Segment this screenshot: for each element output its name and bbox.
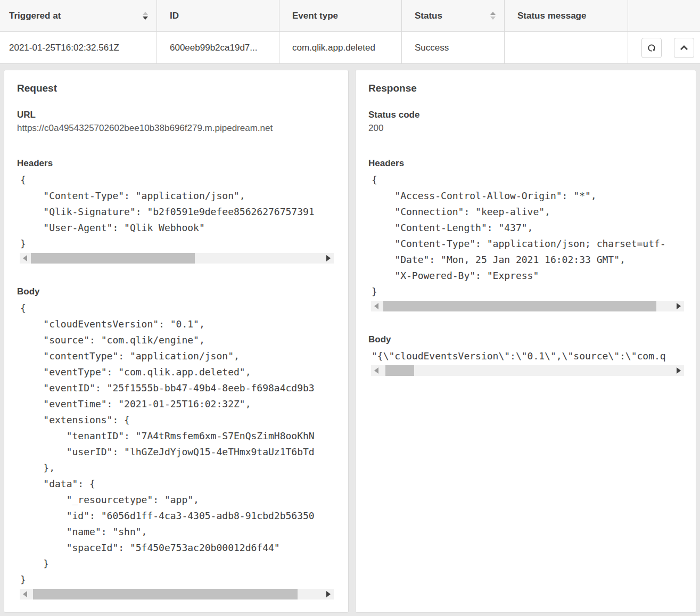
- scrollbar-thumb[interactable]: [33, 589, 298, 599]
- cell-actions: [628, 32, 700, 63]
- column-header-triggered-at[interactable]: Triggered at: [0, 0, 157, 31]
- triggered-at-value: 2021-01-25T16:02:32.561Z: [9, 43, 119, 53]
- column-header-event-type: Event type: [279, 0, 402, 31]
- scrollbar-thumb[interactable]: [383, 301, 656, 311]
- cell-event-type: com.qlik.app.deleted: [279, 32, 402, 63]
- cell-id: 600eeb99b2ca19d7...: [157, 32, 279, 63]
- chevron-up-icon: [678, 42, 690, 54]
- cell-status: Success: [402, 32, 505, 63]
- column-header-status[interactable]: Status: [402, 0, 505, 31]
- scrollbar-thumb[interactable]: [385, 365, 414, 376]
- scrollbar-thumb[interactable]: [31, 253, 195, 264]
- request-headers-label: Headers: [17, 158, 335, 169]
- scroll-right-icon[interactable]: [326, 591, 331, 597]
- resend-button[interactable]: [641, 38, 662, 58]
- response-headers-code: { "Access-Control-Allow-Origin": "*", "C…: [368, 172, 683, 300]
- response-headers-label: Headers: [368, 158, 683, 169]
- response-title: Response: [368, 82, 683, 95]
- status-code-label: Status code: [368, 109, 683, 121]
- column-label: Triggered at: [9, 11, 61, 21]
- response-headers-scrollbar[interactable]: [371, 301, 684, 311]
- scroll-left-icon[interactable]: [23, 255, 27, 261]
- scroll-right-icon[interactable]: [326, 255, 331, 261]
- collapse-button[interactable]: [674, 38, 694, 58]
- scroll-left-icon[interactable]: [374, 367, 378, 374]
- request-headers-code: { "Content-Type": "application/json", "Q…: [17, 172, 335, 252]
- response-panel: Response Status code 200 Headers { "Acce…: [355, 70, 696, 613]
- request-headers-scrollbar[interactable]: [20, 253, 334, 264]
- resend-icon: [645, 42, 658, 54]
- column-label: Status message: [517, 11, 586, 21]
- scroll-right-icon[interactable]: [677, 303, 681, 309]
- url-value: https://c0a4954325702602bee10b38b696f279…: [17, 122, 335, 134]
- request-body-scrollbar[interactable]: [20, 589, 334, 599]
- column-label: Event type: [292, 11, 338, 21]
- scroll-left-icon[interactable]: [23, 591, 27, 597]
- column-header-actions: [628, 0, 700, 31]
- webhook-history-table: Triggered at ID Event type Status Status…: [0, 0, 700, 64]
- status-badge: Success: [415, 43, 449, 53]
- request-panel: Request URL https://c0a4954325702602bee1…: [4, 70, 349, 613]
- response-body-label: Body: [368, 334, 683, 346]
- table-row: 2021-01-25T16:02:32.561Z 600eeb99b2ca19d…: [0, 32, 700, 64]
- sort-icon: [143, 12, 148, 20]
- scroll-right-icon[interactable]: [677, 367, 681, 374]
- cell-status-message: [505, 32, 628, 63]
- response-body-scrollbar[interactable]: [371, 365, 684, 376]
- sort-icon: [490, 12, 496, 20]
- column-header-status-message: Status message: [505, 0, 628, 31]
- response-body-code: "{\"cloudEventsVersion\":\"0.1\",\"sourc…: [368, 348, 683, 364]
- request-body-label: Body: [17, 286, 335, 298]
- column-header-id: ID: [157, 0, 279, 31]
- id-value: 600eeb99b2ca19d7...: [170, 43, 258, 53]
- request-body-code: { "cloudEventsVersion": "0.1", "source":…: [17, 300, 335, 588]
- status-code-value: 200: [368, 122, 683, 134]
- column-label: Status: [415, 11, 442, 21]
- table-header-row: Triggered at ID Event type Status Status…: [0, 0, 700, 32]
- url-label: URL: [17, 109, 335, 121]
- event-type-value: com.qlik.app.deleted: [292, 43, 375, 53]
- column-label: ID: [170, 11, 179, 21]
- scroll-left-icon[interactable]: [374, 303, 378, 309]
- request-title: Request: [17, 82, 335, 95]
- cell-triggered-at: 2021-01-25T16:02:32.561Z: [0, 32, 157, 63]
